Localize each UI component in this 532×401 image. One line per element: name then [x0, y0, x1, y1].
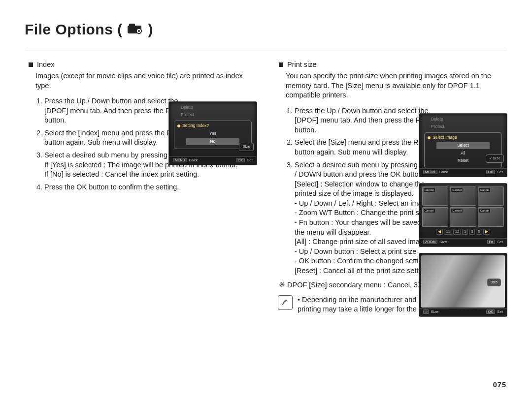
thumb-pager: ◀ 11 12 1 3 5 ▶ [419, 229, 507, 235]
lcd-index-dialog: Delete Protect Setting Index? Yes No Siz… [168, 101, 257, 165]
pager-right-icon: ▶ [483, 229, 490, 235]
lcd-r2-set: Set [497, 240, 503, 244]
page-title-row: File Options ( ) [25, 20, 507, 40]
pager-num: 12 [453, 229, 461, 235]
lcd-r1-side-size: Size [486, 154, 504, 163]
file-options-icon [127, 20, 144, 40]
lcd-set-label: Set [247, 158, 253, 162]
lcd-r1-set: Set [497, 170, 503, 174]
lcd-tab-protect: Protect [181, 112, 254, 118]
lcd-footbar: MENUBack OKSet [169, 156, 257, 165]
thumb: Cancel [450, 186, 476, 206]
page-number: 075 [493, 380, 506, 390]
lcd-opt-yes: Yes [186, 130, 239, 137]
thumb: Cancel [422, 186, 448, 206]
pager-left-icon: ◀ [436, 229, 443, 235]
square-bullet-icon [29, 62, 33, 67]
lcd-r1-title: Select Image [428, 135, 499, 140]
page-title-text: File Options ( [25, 21, 123, 37]
lcd-menu-btn: MENU [173, 158, 187, 162]
size-overlay: 3X5 [487, 278, 501, 287]
lcd-r1-footbar: MENUBack OKSet [419, 168, 507, 177]
index-heading: Index [29, 60, 257, 70]
svg-point-4 [138, 30, 140, 32]
lcd-r3-size: Size [431, 309, 439, 314]
printsize-intro: You can specify the print size when prin… [286, 71, 507, 100]
lcd-r1-back: Back [439, 170, 448, 174]
manual-page: File Options ( ) [0, 0, 532, 401]
thumb-tag: Cancel [424, 209, 435, 213]
lcd-select-image: Delete Protect Select Image Select All R… [419, 113, 507, 177]
lcd-r1-menu-btn: MENU [423, 170, 437, 174]
lcd-r1-tab-delete: Delete [431, 117, 504, 122]
lcd-side-size: Size [239, 143, 254, 151]
svg-line-11 [140, 29, 141, 29]
lcd-r1-opt-all: All [436, 150, 490, 156]
lcd-r3-set: Set [497, 309, 503, 314]
thumb-tag: Cancel [479, 188, 491, 192]
thumb-tag: Cancel [424, 188, 435, 192]
index-step-4: Press the OK button to confirm the setti… [44, 183, 257, 192]
lcd-thumbnail-grid: Cancel Cancel Cancel Cancel Cancel Cance… [419, 183, 507, 247]
lcd-r2-footbar: ZOOMSize FnSet [419, 238, 507, 247]
lcd-tab-delete: Delete [181, 105, 254, 110]
lcd-dialog-title: Setting Index? [177, 123, 248, 128]
lcd-r1-opt-reset: Reset [436, 157, 490, 164]
pager-num: 5 [476, 229, 482, 235]
thumb: Cancel [422, 207, 448, 227]
lcd-r2-zoom-btn: ZOOM [423, 240, 437, 244]
page-title: File Options ( ) [25, 20, 153, 40]
thumb: Cancel [478, 207, 504, 227]
index-heading-text: Index [37, 60, 54, 70]
svg-line-10 [140, 32, 141, 33]
pager-num: 3 [469, 229, 475, 235]
right-column: Print size You can specify the print siz… [275, 60, 507, 315]
lcd-ok-btn: OK [236, 158, 245, 162]
two-column-layout: Index Images (except for movie clips and… [25, 60, 507, 315]
lcd-r1-tab-protect: Protect [431, 124, 504, 129]
thumb-tag: Cancel [451, 188, 463, 192]
title-separator [25, 49, 507, 49]
lcd-r3-updown-btn: ↕ [423, 309, 429, 314]
thumb: Cancel [478, 186, 504, 206]
svg-line-9 [136, 29, 137, 29]
thumb: Cancel [450, 207, 476, 227]
lcd-r1-opt-select: Select [436, 142, 490, 149]
left-column: Index Images (except for movie clips and… [25, 60, 257, 315]
square-bullet-icon [279, 62, 283, 67]
lcd-photo-overlay: 3X5 ↕Size OKSet [419, 253, 507, 317]
lcd-r3-footbar: ↕Size OKSet [419, 308, 507, 316]
pager-num: 1 [462, 229, 468, 235]
lcd-opt-no: No [186, 138, 239, 145]
lcd-r3-ok-btn: OK [486, 309, 495, 314]
page-title-close: ) [148, 21, 153, 37]
svg-rect-1 [129, 24, 135, 27]
note-icon [278, 295, 293, 310]
lcd-r1-ok-btn: OK [486, 170, 495, 174]
printsize-heading: Print size [279, 60, 507, 70]
thumb-tag: Cancel [479, 209, 491, 213]
index-intro: Images (except for movie clips and voice… [35, 71, 257, 91]
lcd-r1-dialog: Select Image Select All Reset [424, 132, 502, 168]
pager-num: 11 [444, 229, 452, 235]
index-step-3-no: If [No] is selected : Cancel the index p… [44, 170, 257, 180]
thumb-tag: Cancel [451, 209, 463, 213]
lcd-back-label: Back [189, 158, 198, 162]
lcd-r2-fn-btn: Fn [487, 240, 495, 244]
svg-line-12 [136, 32, 137, 33]
lcd-r2-size: Size [439, 240, 447, 244]
printsize-heading-text: Print size [287, 60, 317, 70]
